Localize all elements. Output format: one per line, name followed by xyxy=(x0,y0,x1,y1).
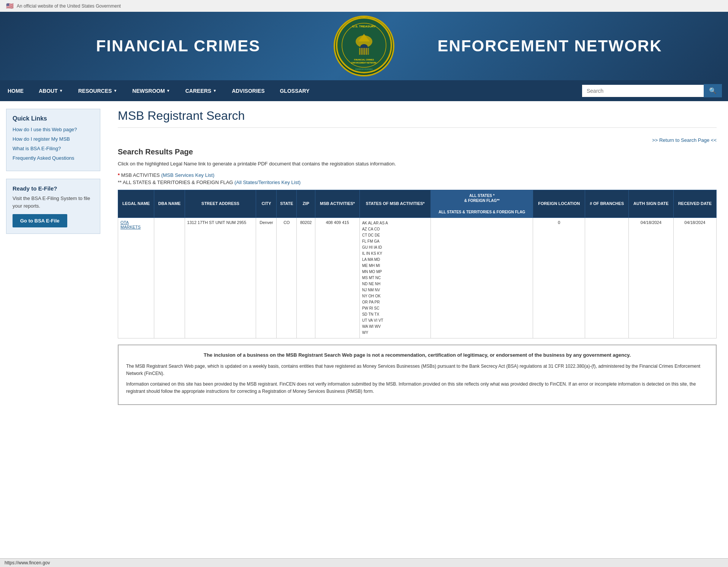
cell-legal-name: OTAMARKETS xyxy=(118,218,154,338)
main-nav: HOME ABOUT ▼ RESOURCES ▼ NEWSROOM ▼ CARE… xyxy=(0,80,728,101)
svg-rect-10 xyxy=(367,47,368,55)
cell-received-date: 04/18/2024 xyxy=(673,218,716,338)
about-arrow-icon: ▼ xyxy=(59,89,63,93)
col-all-states-sub: ALL STATES & TERRITORIES & FOREIGN FLAG xyxy=(431,206,533,218)
legal-name-link[interactable]: OTAMARKETS xyxy=(120,220,141,229)
return-to-search-link[interactable]: >> Return to Search Page << xyxy=(652,137,717,143)
quick-link-howto[interactable]: How do I use this Web page? xyxy=(13,127,94,132)
svg-rect-9 xyxy=(365,47,366,55)
svg-text:U.S. TREASURY: U.S. TREASURY xyxy=(352,25,376,28)
cell-zip: 80202 xyxy=(297,218,315,338)
disclaimer-box: The inclusion of a business on the MSB R… xyxy=(118,345,717,405)
svg-rect-7 xyxy=(360,47,361,55)
disclaimer-para1: The MSB Registrant Search Web page, whic… xyxy=(126,363,708,377)
quick-link-register[interactable]: How do I register My MSB xyxy=(13,136,94,142)
site-header: FINANCIAL CRIMES U.S. TREASURY xyxy=(0,12,728,80)
nav-advisories[interactable]: ADVISORIES xyxy=(224,81,272,101)
col-dba-name: DBA NAME xyxy=(154,190,185,218)
search-area: 🔍 xyxy=(576,80,728,101)
efile-box: Ready to E-File? Visit the BSA E-Filing … xyxy=(6,179,100,234)
nav-about[interactable]: ABOUT ▼ xyxy=(31,81,71,101)
cell-street-address: 1312 17TH ST UNIT NUM 2955 xyxy=(185,218,256,338)
cell-states-msb: AK AL AR AS A AZ CA CO CT DC DE FL FM GA… xyxy=(359,218,430,338)
legend-note-1: * MSB ACTIVITIES (MSB Services Key List) xyxy=(118,172,717,178)
flag-icon: 🇺🇸 xyxy=(6,2,14,10)
quick-links-box: Quick Links How do I use this Web page? … xyxy=(6,109,100,171)
cell-auth-sign-date: 04/18/2024 xyxy=(628,218,673,338)
cell-city: Denver xyxy=(256,218,277,338)
search-input[interactable] xyxy=(582,85,704,97)
efile-title: Ready to E-File? xyxy=(13,185,94,192)
nav-glossary[interactable]: GLOSSARY xyxy=(272,81,317,101)
msb-key-list-link[interactable]: (MSB Services Key List) xyxy=(161,172,214,178)
nav-newsroom[interactable]: NEWSROOM ▼ xyxy=(125,81,177,101)
sidebar: Quick Links How do I use this Web page? … xyxy=(0,101,106,241)
efile-button[interactable]: Go to BSA E-File xyxy=(13,214,67,227)
results-table: LEGAL NAME DBA NAME STREET ADDRESS CITY … xyxy=(118,190,717,338)
cell-state: CO xyxy=(277,218,297,338)
svg-text:ENFORCEMENT NETWORK: ENFORCEMENT NETWORK xyxy=(351,62,377,64)
header-title-left: FINANCIAL CRIMES xyxy=(23,37,334,55)
page-title: MSB Registrant Search xyxy=(118,109,717,128)
col-foreign-location: FOREIGN LOCATION xyxy=(533,190,585,218)
results-desc: Click on the highlighted Legal Name link… xyxy=(118,160,717,168)
nav-resources[interactable]: RESOURCES ▼ xyxy=(71,81,125,101)
cell-foreign-location: 0 xyxy=(533,218,585,338)
nav-home[interactable]: HOME xyxy=(0,81,31,101)
quick-link-faq[interactable]: Frequently Asked Questions xyxy=(13,155,94,161)
col-zip: ZIP xyxy=(297,190,315,218)
return-link: >> Return to Search Page << xyxy=(118,137,717,143)
disclaimer-para2: Information contained on this site has b… xyxy=(126,381,708,395)
svg-rect-8 xyxy=(362,47,364,55)
search-button[interactable]: 🔍 xyxy=(704,84,722,97)
cell-msb-activities: 408 409 415 xyxy=(315,218,359,338)
efile-desc: Visit the BSA E-Filing System to file yo… xyxy=(13,195,94,210)
careers-arrow-icon: ▼ xyxy=(213,89,217,93)
col-legal-name: LEGAL NAME xyxy=(118,190,154,218)
cell-dba-name xyxy=(154,218,185,338)
header-logo: U.S. TREASURY FINANCIAL CRIMES ENFORCEME… xyxy=(334,16,394,76)
nav-careers[interactable]: CAREERS ▼ xyxy=(178,81,224,101)
gov-banner: 🇺🇸 An official website of the United Sta… xyxy=(0,0,728,12)
results-table-wrapper: LEGAL NAME DBA NAME STREET ADDRESS CITY … xyxy=(118,190,717,338)
table-row: OTAMARKETS 1312 17TH ST UNIT NUM 2955 De… xyxy=(118,218,717,338)
col-received-date: RECEIVED DATE xyxy=(673,190,716,218)
resources-arrow-icon: ▼ xyxy=(113,89,117,93)
header-title-right: ENFORCEMENT NETWORK xyxy=(394,37,705,55)
col-city: CITY xyxy=(256,190,277,218)
svg-text:FINANCIAL CRIMES: FINANCIAL CRIMES xyxy=(354,59,374,61)
col-all-states-header: ALL STATES *& FOREIGN FLAG** xyxy=(431,190,533,206)
logo-text: U.S. TREASURY FINANCIAL CRIMES ENFORCEME… xyxy=(336,17,392,75)
svg-text:01000110 01101001: 01000110 01101001 xyxy=(355,68,373,70)
main-layout: Quick Links How do I use this Web page? … xyxy=(0,101,728,413)
newsroom-arrow-icon: ▼ xyxy=(166,89,170,93)
col-msb-activities: MSB ACTIVITIES* xyxy=(315,190,359,218)
gov-banner-text: An official website of the United States… xyxy=(17,3,121,9)
col-states-msb: STATES OF MSB ACTIVITIES* xyxy=(359,190,430,218)
col-auth-sign-date: AUTH SIGN DATE xyxy=(628,190,673,218)
col-street-address: STREET ADDRESS xyxy=(185,190,256,218)
disclaimer-bold: The inclusion of a business on the MSB R… xyxy=(126,351,708,359)
col-num-branches: # OF BRANCHES xyxy=(585,190,629,218)
col-state: STATE xyxy=(277,190,297,218)
results-heading: Search Results Page xyxy=(118,148,717,156)
cell-num-branches xyxy=(585,218,629,338)
legend-note-2: ** ALL STATES & TERRITORIES & FOREIGN FL… xyxy=(118,179,717,185)
quick-link-bsa[interactable]: What is BSA E-Filing? xyxy=(13,146,94,151)
quick-links-title: Quick Links xyxy=(13,115,94,122)
all-states-key-list-link[interactable]: (All States/Territories Key List) xyxy=(234,179,301,185)
content-area: MSB Registrant Search >> Return to Searc… xyxy=(106,101,728,413)
cell-all-states-flag xyxy=(431,218,533,338)
